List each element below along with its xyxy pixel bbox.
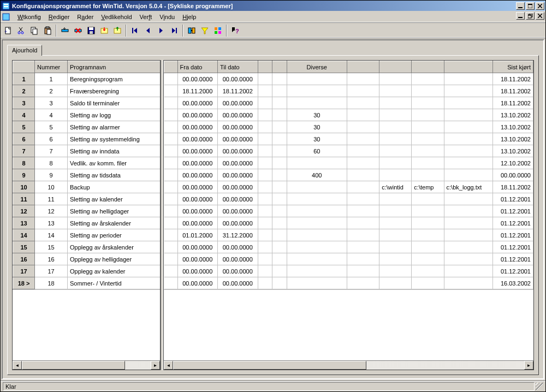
cell[interactable]: 00.00.0000 <box>493 169 533 181</box>
cell[interactable] <box>287 157 347 169</box>
cell[interactable]: 00.00.0000 <box>218 73 258 85</box>
cell[interactable] <box>379 217 412 229</box>
cell[interactable] <box>287 181 347 193</box>
row-header[interactable]: 17 <box>13 265 35 277</box>
minimize-button[interactable] <box>516 2 525 10</box>
table-row[interactable]: 00.00.000000.00.000001.12.2001 <box>164 265 533 277</box>
cell[interactable] <box>272 193 287 205</box>
table-row[interactable]: 18.11.200018.11.200218.11.2002 <box>164 85 533 97</box>
cell[interactable] <box>272 205 287 217</box>
row-header[interactable]: 13 <box>13 217 35 229</box>
cell[interactable] <box>379 85 412 97</box>
cell[interactable]: 00.00.0000 <box>218 277 258 289</box>
paste-icon[interactable] <box>41 25 54 37</box>
cell[interactable]: 00.00.0000 <box>218 97 258 109</box>
mdi-restore-button[interactable] <box>526 12 535 20</box>
close-button[interactable] <box>536 2 544 10</box>
cell[interactable] <box>258 73 272 85</box>
cell[interactable]: 00.00.0000 <box>218 265 258 277</box>
col-header[interactable]: Fra dato <box>177 61 218 73</box>
cell[interactable]: 31.12.2000 <box>218 229 258 241</box>
new-icon[interactable]: + <box>2 25 14 37</box>
cell[interactable] <box>347 193 379 205</box>
cell[interactable] <box>164 133 178 145</box>
cell-nummer[interactable]: 4 <box>35 109 68 121</box>
cell[interactable]: 30 <box>287 121 347 133</box>
cell[interactable]: 00.00.0000 <box>218 181 258 193</box>
cell-nummer[interactable]: 8 <box>35 157 68 169</box>
col-header[interactable]: Diverse <box>287 61 347 73</box>
cell[interactable] <box>272 169 287 181</box>
cell[interactable] <box>412 133 444 145</box>
scroll-right-icon[interactable]: ► <box>151 361 160 370</box>
titlebar[interactable]: Konfigurasjonsprogrammet for WinTid. Ver… <box>1 1 545 11</box>
cell[interactable]: 00.00.0000 <box>177 157 218 169</box>
cell[interactable] <box>412 169 444 181</box>
cell[interactable] <box>444 145 493 157</box>
col-header[interactable] <box>164 61 178 73</box>
cell[interactable] <box>379 97 412 109</box>
table-row[interactable]: 55Sletting av alarmer <box>13 121 161 133</box>
cell-programnavn[interactable]: Fraværsberegning <box>68 85 161 97</box>
cell[interactable] <box>164 109 178 121</box>
hscroll-left[interactable]: ◄ ► <box>13 360 160 370</box>
table-row[interactable]: 1515Opplegg av årskalender <box>13 241 161 253</box>
cell[interactable] <box>444 157 493 169</box>
cell-programnavn[interactable]: Sletting av systemmelding <box>68 133 161 145</box>
table-row[interactable]: 1717Opplegg av kalender <box>13 265 161 277</box>
cell[interactable] <box>164 169 178 181</box>
cell[interactable] <box>379 205 412 217</box>
cell-programnavn[interactable]: Sommer- / Vintertid <box>68 277 161 289</box>
tools-icon[interactable] <box>211 25 224 37</box>
col-header[interactable] <box>412 61 444 73</box>
cell[interactable] <box>258 85 272 97</box>
table-row[interactable]: 00.00.000000.00.000001.12.2001 <box>164 193 533 205</box>
cell[interactable] <box>287 97 347 109</box>
save-icon[interactable] <box>85 25 97 37</box>
cell[interactable]: 18.11.2002 <box>218 85 258 97</box>
cut-icon[interactable] <box>15 25 27 37</box>
row-header[interactable]: 1 <box>13 73 35 85</box>
cell-nummer[interactable]: 14 <box>35 229 68 241</box>
table-row[interactable]: 00.00.000000.00.00003013.10.2002 <box>164 109 533 121</box>
cell[interactable]: 00.00.0000 <box>177 241 218 253</box>
cell-programnavn[interactable]: Sletting av kalender <box>68 193 161 205</box>
cell[interactable] <box>444 73 493 85</box>
cell-programnavn[interactable]: Opplegg av årskalender <box>68 241 161 253</box>
cell[interactable] <box>258 97 272 109</box>
cell[interactable] <box>347 145 379 157</box>
scroll-right-icon[interactable]: ► <box>524 361 533 370</box>
cell[interactable] <box>347 169 379 181</box>
cell[interactable] <box>272 157 287 169</box>
copy-icon[interactable] <box>28 25 40 37</box>
cell[interactable] <box>379 145 412 157</box>
cell-nummer[interactable]: 1 <box>35 73 68 85</box>
cell[interactable]: 00.00.0000 <box>177 253 218 265</box>
cell[interactable] <box>258 109 272 121</box>
mdi-icon[interactable] <box>2 13 10 21</box>
table-row[interactable]: 22Fraværsberegning <box>13 85 161 97</box>
import-icon[interactable] <box>98 25 110 37</box>
cell[interactable] <box>287 193 347 205</box>
cell[interactable] <box>272 73 287 85</box>
cell[interactable] <box>164 85 178 97</box>
scroll-thumb[interactable] <box>22 361 125 370</box>
cell[interactable] <box>379 73 412 85</box>
menu-hjelp[interactable]: Hjelp <box>179 13 200 21</box>
cell-programnavn[interactable]: Backup <box>68 181 161 193</box>
cell-programnavn[interactable]: Saldo til terminaler <box>68 97 161 109</box>
cell[interactable] <box>412 85 444 97</box>
cell[interactable] <box>164 193 178 205</box>
col-header[interactable]: Til dato <box>218 61 258 73</box>
cell[interactable]: 18.11.2002 <box>493 73 533 85</box>
cell[interactable]: 00.00.0000 <box>218 217 258 229</box>
table-row[interactable]: 18 >18Sommer- / Vintertid <box>13 277 161 289</box>
cell[interactable]: 00.00.0000 <box>177 169 218 181</box>
cell[interactable] <box>412 241 444 253</box>
cell[interactable] <box>444 193 493 205</box>
cell[interactable] <box>272 181 287 193</box>
cell[interactable] <box>164 229 178 241</box>
cell[interactable] <box>272 265 287 277</box>
cell[interactable] <box>164 241 178 253</box>
table-row[interactable]: 88Vedlik. av komm. filer <box>13 157 161 169</box>
